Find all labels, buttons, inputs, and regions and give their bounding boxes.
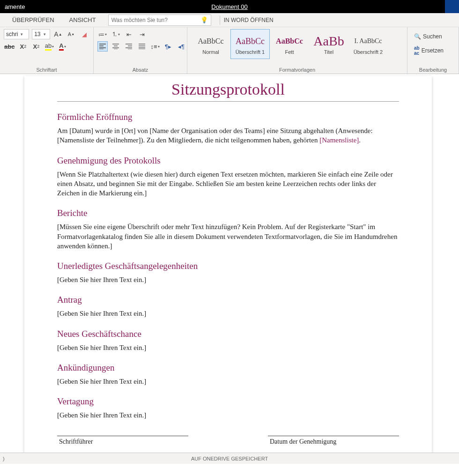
signature-line-date	[268, 436, 399, 436]
status-saved: AUF ONEDRIVE GESPEICHERT	[191, 456, 268, 461]
signature-label-date: Datum der Genehmigung	[268, 438, 399, 446]
group-label-font: Schriftart	[4, 66, 89, 73]
ribbon: schri▾ 13▾ A▲ A▼ ◢ abc X2 X2 ab▾ A▾ Schr…	[0, 27, 459, 74]
font-size-combo[interactable]: 13▾	[32, 29, 50, 39]
signature-row: Schriftführer Datum der Genehmigung	[57, 436, 399, 446]
window-control-area[interactable]	[445, 0, 459, 13]
open-in-word-button[interactable]: IN WORD ÖFFNEN	[220, 15, 277, 25]
align-right-button[interactable]	[124, 41, 134, 52]
lightbulb-icon: 💡	[200, 16, 208, 23]
para-opening[interactable]: Am [Datum] wurde in [Ort] von [Name der …	[57, 126, 399, 145]
para-adjournment[interactable]: [Geben Sie hier Ihren Text ein.]	[57, 410, 399, 420]
group-label-editing: Bearbeitung	[411, 66, 455, 73]
increase-indent-button[interactable]: ⇥	[137, 29, 147, 39]
bullets-button[interactable]: ≔▾	[97, 29, 108, 39]
font-color-button[interactable]: A▾	[57, 41, 67, 52]
search-input[interactable]	[111, 17, 199, 23]
heading-new-business[interactable]: Neues Geschäftschance	[57, 329, 399, 339]
heading-announcements[interactable]: Ankündigungen	[57, 363, 399, 373]
para-approval[interactable]: [Wenn Sie Platzhaltertext (wie diesen hi…	[57, 170, 399, 198]
align-left-button[interactable]	[97, 41, 108, 52]
binoculars-icon: 🔍	[414, 33, 421, 40]
status-left-fragment: )	[3, 456, 5, 461]
font-name-combo[interactable]: schri▾	[4, 29, 29, 39]
para-new-business[interactable]: [Geben Sie hier Ihren Text ein.]	[57, 343, 399, 352]
title-bar: amente Dokument 00	[0, 0, 459, 13]
menu-bar: ÜBERPRÜFEN ANSICHT 💡 IN WORD ÖFFNEN	[0, 13, 459, 27]
para-unfinished[interactable]: [Geben Sie hier Ihren Text ein.]	[57, 275, 399, 284]
style-heading-2[interactable]: I. AaBbCc Überschrift 2	[348, 29, 388, 59]
tab-review[interactable]: ÜBERPRÜFEN	[5, 13, 62, 27]
para-announcements[interactable]: [Geben Sie hier Ihren Text ein.]	[57, 377, 399, 386]
heading-approval[interactable]: Genehmigung des Protokolls	[57, 156, 399, 166]
find-button[interactable]: 🔍 Suchen	[412, 31, 454, 42]
numbering-button[interactable]: ⒈▾	[111, 29, 121, 39]
align-center-button[interactable]	[111, 41, 121, 52]
style-bold[interactable]: AaBbCc Fett	[270, 29, 309, 59]
line-spacing-button[interactable]: ↕≡▾	[150, 41, 160, 52]
decrease-indent-button[interactable]: ⇤	[124, 29, 134, 39]
superscript-button[interactable]: X2	[31, 41, 41, 52]
replace-button[interactable]: abac Ersetzen	[412, 45, 454, 56]
style-heading-1[interactable]: AaBbCc Überschrift 1	[230, 29, 270, 59]
justify-button[interactable]	[137, 41, 147, 52]
rtl-button[interactable]: ◂¶	[176, 41, 186, 52]
group-label-paragraph: Absatz	[97, 66, 183, 73]
heading-motion[interactable]: Antrag	[57, 295, 399, 305]
page[interactable]: Sitzungsprotokoll Förmliche Eröffnung Am…	[24, 76, 432, 464]
title-left-fragment: amente	[5, 3, 25, 10]
doc-title[interactable]: Sitzungsprotokoll	[57, 81, 399, 101]
replace-icon: abac	[414, 45, 420, 56]
group-label-styles: Formatvorlagen	[191, 66, 403, 73]
para-motion[interactable]: [Geben Sie hier Ihren Text ein.]	[57, 309, 399, 318]
para-reports[interactable]: [Müssen Sie eine eigene Überschrift oder…	[57, 222, 399, 251]
tab-view[interactable]: ANSICHT	[62, 13, 104, 27]
document-area[interactable]: Sitzungsprotokoll Förmliche Eröffnung Am…	[0, 74, 459, 464]
style-title[interactable]: AaBb Titel	[309, 29, 348, 59]
clear-formatting-button[interactable]: ◢	[79, 29, 89, 39]
signature-line-secretary	[57, 436, 188, 436]
subscript-button[interactable]: X2	[18, 41, 28, 52]
heading-opening[interactable]: Förmliche Eröffnung	[57, 112, 399, 122]
title-underline	[57, 101, 399, 102]
shrink-font-button[interactable]: A▼	[66, 29, 76, 39]
heading-unfinished[interactable]: Unerledigtes Geschäftsangelegenheiten	[57, 261, 399, 271]
strikethrough-button[interactable]: abc	[4, 41, 15, 52]
heading-reports[interactable]: Berichte	[57, 208, 399, 218]
status-bar: ) AUF ONEDRIVE GESPEICHERT	[0, 453, 459, 464]
grow-font-button[interactable]: A▲	[53, 29, 63, 39]
heading-adjournment[interactable]: Vertagung	[57, 396, 399, 407]
signature-label-secretary: Schriftführer	[57, 438, 188, 446]
highlight-color-button[interactable]: ab▾	[44, 41, 54, 52]
style-normal[interactable]: AaBbCc Normal	[191, 29, 230, 59]
ltr-button[interactable]: ¶▸	[163, 41, 173, 52]
document-title: Dokument 00	[211, 3, 247, 10]
tell-me-search[interactable]: 💡	[108, 15, 211, 26]
